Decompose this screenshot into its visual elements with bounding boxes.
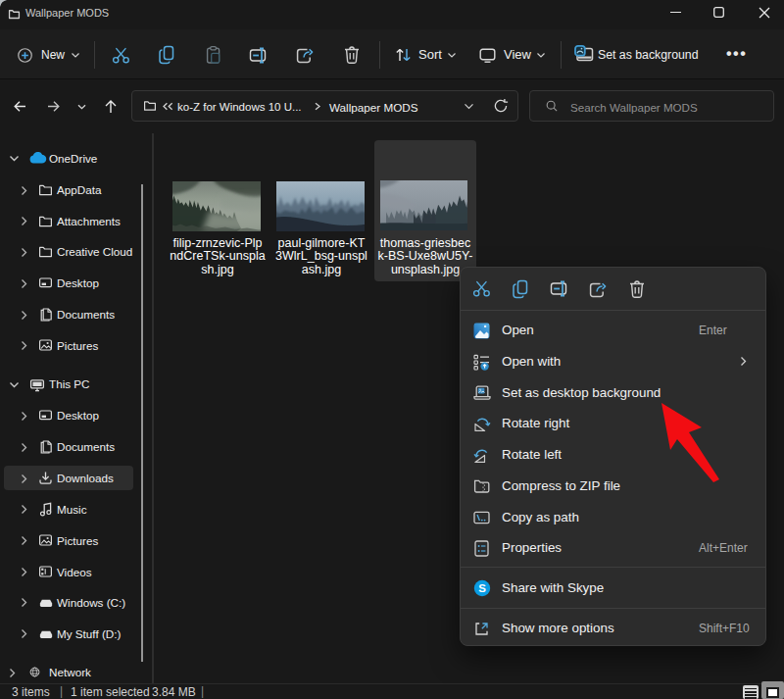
svg-text:S: S [478,582,486,594]
